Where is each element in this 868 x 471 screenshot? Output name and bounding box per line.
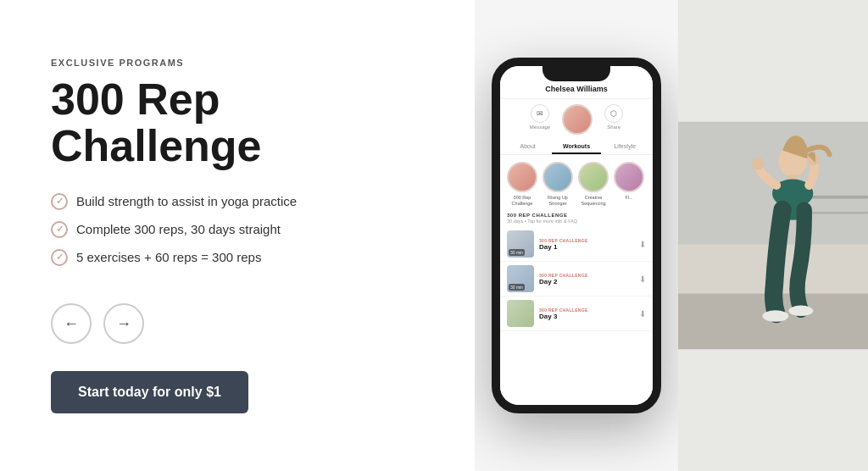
phone-notch: [542, 66, 610, 81]
day-thumb-3: [507, 300, 534, 327]
woman-background: [678, 0, 868, 471]
day-thumb-2: 30 min: [507, 265, 534, 292]
left-panel: EXCLUSIVE PROGRAMS 300 Rep Challenge Bui…: [0, 0, 475, 471]
day-info-1: 300 REP CHALLENGE Day 1: [539, 238, 634, 251]
program-circle-4: [614, 162, 644, 192]
duration-label-2: 30 min: [509, 284, 525, 291]
day-title-1: Day 1: [539, 243, 634, 251]
day-item-3: 300 REP CHALLENGE Day 3 ⬇: [500, 296, 653, 331]
day-title-2: Day 2: [539, 278, 634, 285]
download-icon-1[interactable]: ⬇: [639, 240, 646, 249]
features-list: Build strength to assist in yoga practic…: [51, 192, 424, 276]
share-icon: ⬡: [604, 104, 623, 123]
challenge-title: 300 Rep Challenge: [51, 76, 424, 169]
avatar-item: [562, 104, 593, 135]
phone-screen: Chelsea Williams ✉ Message ⬡ S: [500, 66, 653, 405]
phone-section-title: 300 REP CHALLENGE: [500, 209, 653, 219]
program-circle-3: [578, 162, 609, 192]
message-icon: ✉: [531, 104, 549, 123]
day-title-3: Day 3: [539, 313, 634, 320]
download-icon-3[interactable]: ⬇: [639, 309, 646, 319]
check-icon: [51, 193, 68, 210]
duration-label-1: 30 min: [509, 249, 525, 256]
phone-section: Chelsea Williams ✉ Message ⬡ S: [475, 0, 678, 471]
day-info-3: 300 REP CHALLENGE Day 3: [539, 308, 634, 320]
svg-point-11: [762, 310, 788, 322]
profile-avatar: [562, 104, 593, 135]
phone-tabs: About Workouts Lifestyle: [500, 140, 653, 155]
program-item-3: Creative Sequencing: [578, 162, 609, 206]
program-circles-row: 300 Rep Challenge Rising Up Stronger Cre…: [500, 155, 653, 209]
cta-button[interactable]: Start today for only $1: [51, 371, 248, 413]
tab-lifestyle[interactable]: Lifestyle: [601, 140, 649, 154]
phone-user-name: Chelsea Williams: [507, 85, 646, 93]
program-item-2: Rising Up Stronger: [542, 162, 573, 206]
message-icon-item: ✉ Message: [530, 104, 550, 135]
tab-workouts[interactable]: Workouts: [552, 140, 600, 154]
phone-mockup: Chelsea Williams ✉ Message ⬡ S: [492, 58, 661, 413]
right-panel: Chelsea Williams ✉ Message ⬡ S: [475, 0, 868, 471]
tab-about[interactable]: About: [504, 140, 552, 154]
list-item: Build strength to assist in yoga practic…: [51, 192, 424, 210]
photo-section: [678, 0, 868, 471]
program-label-1: 300 Rep Challenge: [507, 195, 537, 206]
nav-arrows: ← →: [51, 303, 424, 344]
next-button[interactable]: →: [103, 303, 144, 344]
phone-header: Chelsea Williams: [500, 81, 653, 99]
program-circle-1: [507, 162, 537, 192]
share-icon-item: ⬡ Share: [604, 104, 623, 135]
day-thumb-1: 30 min: [507, 230, 534, 258]
list-item: Complete 300 reps, 30 days straight: [51, 220, 424, 238]
svg-point-12: [788, 306, 813, 317]
share-label: Share: [607, 125, 620, 130]
prev-button[interactable]: ←: [51, 303, 92, 344]
day-item-1: 30 min 300 REP CHALLENGE Day 1 ⬇: [500, 227, 653, 262]
program-label-4: Fl...: [625, 195, 632, 201]
program-label-3: Creative Sequencing: [578, 195, 609, 206]
exclusive-label: EXCLUSIVE PROGRAMS: [51, 58, 424, 68]
phone-icons-row: ✉ Message ⬡ Share: [500, 99, 653, 140]
list-item: 5 exercises + 60 reps = 300 reps: [51, 248, 424, 266]
check-icon: [51, 221, 68, 238]
day-info-2: 300 REP CHALLENGE Day 2: [539, 273, 634, 285]
program-item-4: Fl...: [614, 162, 644, 206]
program-label-2: Rising Up Stronger: [542, 195, 573, 206]
svg-point-8: [752, 158, 764, 169]
phone-section-sub: 30 days • Tap for more info & FAQ: [500, 219, 653, 227]
program-item-1: 300 Rep Challenge: [507, 162, 537, 206]
day-item-2: 30 min 300 REP CHALLENGE Day 2 ⬇: [500, 262, 653, 296]
check-icon: [51, 249, 68, 266]
program-circle-2: [542, 162, 573, 192]
download-icon-2[interactable]: ⬇: [639, 274, 646, 284]
message-label: Message: [530, 125, 550, 130]
